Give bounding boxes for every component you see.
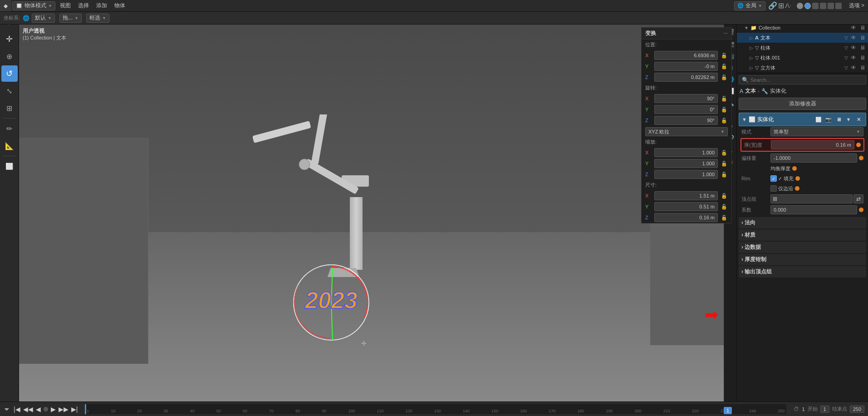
play-btn[interactable]: ▶ [51,406,56,413]
play-forward-btn[interactable]: ▶▶ [59,406,69,413]
menu-add[interactable]: 添加 [93,0,111,11]
mod-icon-1[interactable]: ⬜ [814,115,823,124]
edge-only-checkbox[interactable] [770,185,777,192]
dim-z-lock[interactable]: 🔓 [721,214,728,221]
app-icon[interactable]: ◆ [0,0,11,11]
mode-dropdown[interactable]: 🔲 物体模式 ▼ [12,1,55,10]
text-visibility[interactable]: 👁 [850,34,857,41]
props-search-input[interactable] [750,77,863,83]
timeline-area[interactable]: 1 10 20 30 40 50 60 70 80 90 100 110 120… [85,404,786,414]
start-frame-input[interactable]: 1 [820,406,829,413]
hierarchy-item-pillar2[interactable]: ▷ ▽ 柱体.001 ▽ 👁 🖥 [737,53,868,63]
mod-icon-3[interactable]: 🖥 [834,115,843,124]
mod-icon-2[interactable]: 📷 [824,115,833,124]
thickness-keyframe-dot[interactable] [856,143,861,147]
text-select[interactable]: 🖥 [859,34,866,41]
dim-x-input[interactable]: 1.51 m [654,191,718,200]
tool-measure[interactable]: 📐 [1,138,18,154]
menu-select[interactable]: 选择 [74,0,93,11]
end-frame-input[interactable]: 250 [850,406,864,413]
menu-object[interactable]: 物体 [111,0,129,11]
dim-x-lock[interactable]: 🔓 [721,192,728,199]
play-back-btn[interactable]: ◀◀ [23,406,33,413]
hierarchy-item-pillar1[interactable]: ▷ ▽ 柱体 ▽ 👁 🖥 [737,43,868,53]
material-section[interactable]: › 材质 [739,229,866,241]
pillar2-filter[interactable]: ▽ [844,55,848,60]
tool-transform[interactable]: ⊞ [1,100,18,116]
pillar1-select[interactable]: 🖥 [859,44,866,51]
pillar1-filter[interactable]: ▽ [844,45,848,50]
pos-z-input[interactable]: 0.82262 m [654,73,718,82]
tool-rotate[interactable]: ↺ [1,65,18,82]
fill-checkbox[interactable]: ✓ [770,175,777,182]
tool-annotate[interactable]: ✏ [1,120,18,137]
play-reverse-btn[interactable]: ◀ [36,406,41,413]
collection-visibility[interactable]: 👁 [850,24,857,31]
text-filter-icon[interactable]: ▽ [844,35,848,40]
tool-add-cube[interactable]: ⬜ [1,158,18,174]
edge-only-dot[interactable] [795,186,799,191]
rot-z-lock[interactable]: 🔓 [721,117,728,124]
even-thickness-dot[interactable] [792,166,797,171]
props-search-box[interactable]: 🔍 [739,75,866,84]
mod-icon-close[interactable]: ✕ [854,115,863,124]
offset-dot[interactable] [859,156,863,160]
rim-fill-dot[interactable] [795,176,800,181]
thickness-clamp-section[interactable]: › 厚度钳制 [739,254,866,265]
jump-start-btn[interactable]: |◀ [14,406,20,413]
pos-x-lock[interactable]: 🔓 [721,52,728,59]
scale-y-input[interactable]: 1.000 [654,159,718,168]
tool-move[interactable]: ⊕ [1,48,18,64]
hierarchy-item-text[interactable]: ▷ A 文本 ▽ 👁 🖥 [737,33,868,43]
playback-icon[interactable]: ⏷ [4,406,10,413]
scale-x-input[interactable]: 1.000 [654,148,718,157]
global-dropdown[interactable]: 🌐 全局 ▼ [734,1,765,10]
add-modifier-button[interactable]: 添加修改器 [739,98,866,110]
playback-dot[interactable] [44,407,48,411]
rot-y-input[interactable]: 0° [654,105,718,114]
cube-visibility[interactable]: 👁 [850,64,857,71]
offset-input[interactable]: -1.0000 [770,154,857,163]
coord-system-dropdown[interactable]: 默认 ▼ [32,14,55,23]
collection-hide-viewport[interactable]: 🖥 [859,24,866,31]
scale-y-lock[interactable]: 🔓 [721,160,728,167]
tool-cursor[interactable]: ✛ [1,31,18,47]
pos-z-lock[interactable]: 🔓 [721,74,728,81]
menu-view[interactable]: 视图 [56,0,74,11]
thickness-input[interactable]: 0.16 m [771,140,854,149]
scale-x-lock[interactable]: 🔓 [721,149,728,156]
drag-dropdown[interactable]: 拖... ▼ [59,14,82,23]
rot-x-lock[interactable]: 🔓 [721,95,728,102]
pos-y-input[interactable]: -0 m [654,62,718,71]
options-menu[interactable]: 选项 > [845,0,868,11]
hierarchy-item-cube[interactable]: ▷ ▽ 立方体 ▽ 👁 🖥 [737,63,868,73]
rot-x-input[interactable]: 90° [654,94,718,103]
dim-z-input[interactable]: 0.16 m [654,213,718,222]
dim-y-input[interactable]: 0.51 m [654,202,718,211]
mode-dropdown[interactable]: 简单型 ▼ [770,127,863,136]
page-number-1[interactable]: 1 [724,407,732,414]
jump-end-btn[interactable]: ▶| [71,406,78,413]
pillar2-visibility[interactable]: 👁 [850,54,857,61]
cube-filter[interactable]: ▽ [844,65,848,70]
euler-dropdown[interactable]: XYZ 欧拉 ▼ [645,127,728,136]
dim-y-lock[interactable]: 🔓 [721,203,728,210]
cube-select[interactable]: 🖥 [859,64,866,71]
scale-z-input[interactable]: 1.000 [654,170,718,179]
pillar1-visibility[interactable]: 👁 [850,44,857,51]
scale-z-lock[interactable]: 🔓 [721,171,728,178]
normal-section[interactable]: › 法向 [739,217,866,228]
vertex-group-swap[interactable]: ⇄ [853,194,863,203]
rot-y-lock[interactable]: 🔓 [721,106,728,113]
solidify-header[interactable]: ▼ ⬜ 实体化 ⬜ 📷 🖥 ▼ ✕ [739,113,866,126]
output-vertex-group-section[interactable]: › 输出顶点组 [739,266,866,277]
pos-x-input[interactable]: 6.6936 m [654,51,718,60]
factor-dot[interactable] [859,208,863,212]
edge-data-section[interactable]: › 边数据 [739,242,866,253]
rot-z-input[interactable]: 90° [654,116,718,125]
timeline-playhead[interactable] [85,404,86,414]
pillar2-select[interactable]: 🖥 [859,54,866,61]
select-dropdown[interactable]: 框选 ▼ [86,14,109,23]
mod-icon-dropdown[interactable]: ▼ [844,115,853,124]
vertex-group-input[interactable]: ⊞ [770,194,853,203]
